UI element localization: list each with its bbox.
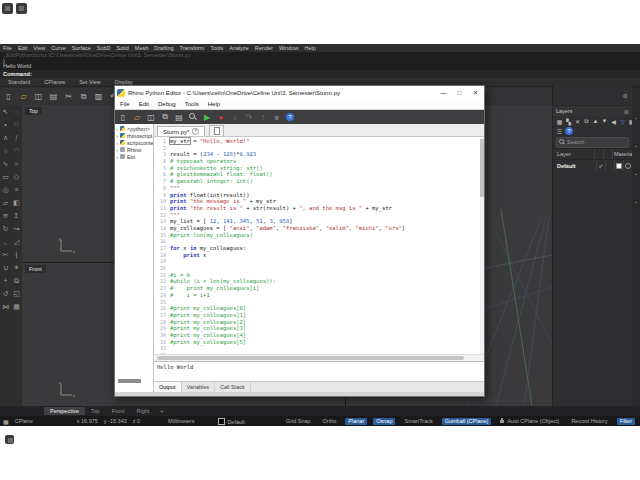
code-line[interactable]: 15#print len(my_colleagues) [154,232,484,239]
menu-item[interactable]: Tools [210,45,223,51]
code-vertical-scrollbar[interactable] [480,137,484,354]
menu-item[interactable]: Analyze [229,45,249,51]
code-line[interactable]: 11print "the result is " + str(result) +… [154,205,484,212]
current-layer-check-icon[interactable]: ✓ [598,162,603,169]
menu-item[interactable]: Solid [117,45,129,51]
menu-item[interactable]: Edit [18,45,27,51]
tree-scrollbar-thumb[interactable] [118,379,141,383]
toolbar-tab[interactable]: CPlanes [44,79,65,85]
editor-toolbar-icon[interactable]: ? [286,113,294,121]
code-line[interactable]: 4# typecast operators [154,158,484,165]
output-tab[interactable]: Variables [182,382,216,392]
app-shortcut-icon[interactable] [5,435,14,444]
column-visibility[interactable] [594,149,603,159]
editor-menu-item[interactable]: Edit [139,101,149,107]
code-line[interactable]: 16 [154,238,484,245]
tool-icon[interactable]: ∤ [11,248,22,261]
editor-menu-item[interactable]: Help [208,101,220,107]
tool-icon[interactable]: ∧ [0,131,11,144]
code-line[interactable]: 30#print my_colleagues[4] [154,332,484,339]
code-line[interactable]: 27#print my_colleagues[1] [154,312,484,319]
menu-item[interactable]: Window [279,45,299,51]
cplane-label[interactable]: CPlane [15,418,33,424]
code-line[interactable]: 6# gleitkommazahl float: float() [154,171,484,178]
code-line[interactable]: 29#print my_colleagues[3] [154,325,484,332]
layers-toolbar-icon[interactable]: ▼ [601,118,608,125]
status-toggle[interactable]: Osnap [373,418,395,425]
code-line[interactable]: 31#print my_colleagues[5] [154,339,484,346]
menu-item[interactable]: Surface [72,45,91,51]
close-tab-icon[interactable] [192,128,199,135]
status-toggle[interactable]: Ortho [320,418,340,425]
code-line[interactable]: 18 print x [154,252,484,259]
tool-icon[interactable]: ↻ [0,222,11,235]
tool-icon[interactable]: ◎ [0,183,11,196]
panel-tab-icon[interactable]: ▪ [633,143,639,149]
code-line[interactable]: 33 [154,352,484,354]
tool-icon[interactable]: ▦ [11,300,22,313]
units-label[interactable]: Millimeters [168,418,194,424]
menu-item[interactable]: Transform [180,45,205,51]
editor-menu-item[interactable]: Tools [185,101,199,107]
tool-icon[interactable]: ↥ [11,209,22,222]
scrollbar-thumb[interactable] [480,139,484,197]
layer-row[interactable]: Default ✓ [553,160,632,171]
viewport-top-label[interactable]: Top [25,107,42,115]
status-toggle[interactable]: Filter [617,418,635,425]
tool-icon[interactable]: ≈ [11,157,22,170]
column-lock[interactable] [603,149,612,159]
viewport-tab[interactable]: Front [106,407,131,415]
tool-icon[interactable]: ⧉ [11,274,22,287]
layers-toolbar-icon[interactable]: ☰ [556,128,563,135]
menu-item[interactable]: View [33,45,45,51]
editor-toolbar-icon[interactable]: ▯ [118,112,128,122]
tool-icon[interactable]: / [11,131,22,144]
code-line[interactable]: 1my_str = "Hello, World!" [154,138,484,145]
viewport-front-label[interactable]: Front [25,265,46,273]
output-tab[interactable]: Call Stack [215,382,251,392]
layers-toolbar-icon[interactable]: ✕ [574,118,581,125]
expand-icon[interactable] [116,154,118,160]
expand-icon[interactable] [116,133,118,139]
toolbar-icon[interactable]: ◫ [33,91,44,102]
editor-toolbar-icon[interactable]: ▶ [202,112,212,122]
close-button[interactable] [469,89,482,97]
code-line[interactable]: 20 [154,265,484,272]
tool-icon[interactable]: ◌ [11,105,22,118]
add-viewport-button[interactable]: + [155,408,168,414]
tool-icon[interactable]: ≋ [0,209,11,222]
app-shortcut-icon[interactable] [16,3,27,14]
status-toggle[interactable]: SmartTrack [401,418,435,425]
code-line[interactable]: 17for x in my_colleagues: [154,245,484,252]
window-resize-edge[interactable] [115,392,484,396]
editor-toolbar-icon[interactable]: ◫ [146,112,156,122]
scrollbar-thumb[interactable] [157,356,464,360]
tool-icon[interactable]: ◿ [11,235,22,248]
panel-tab-icon[interactable]: ▪ [633,171,639,177]
menu-item[interactable]: Render [255,45,273,51]
editor-toolbar-icon[interactable]: ▤ [174,112,184,122]
editor-toolbar-icon[interactable]: ↷ [244,112,254,122]
menu-item[interactable]: Drafting [154,45,173,51]
panel-tab-icon[interactable]: ▪ [633,199,639,205]
menu-item[interactable]: Curve [51,45,66,51]
code-editor[interactable]: 1my_str = "Hello, World!" 2 3result = (2… [154,137,484,354]
editor-title-bar[interactable]: Rhino Python Editor - C:\Users\celin\One… [115,86,484,99]
viewport-tab[interactable]: Top [85,407,106,415]
code-line[interactable]: 9print float(int(result)) [154,192,484,199]
editor-menu-item[interactable]: File [120,101,130,107]
new-tab-button[interactable] [209,125,224,136]
tree-item[interactable]: Eto [115,153,153,160]
toolbar-tab[interactable]: Set View [79,79,101,85]
viewport-tab[interactable]: Perspective [44,407,85,415]
code-line[interactable]: 28#print my_colleagues[2] [154,319,484,326]
menu-item[interactable]: File [3,45,12,51]
editor-toolbar-icon[interactable]: ⧉ [160,112,170,122]
code-line[interactable]: 7# ganzzahl integer: int() [154,178,484,185]
toolbar-icon[interactable]: ✂ [63,91,74,102]
tool-icon[interactable]: + [0,274,11,287]
tool-icon[interactable]: • [0,118,11,131]
layer-material-icon[interactable] [625,163,631,169]
toolbar-tab[interactable]: Standard [8,79,30,85]
code-line[interactable]: 22#while (i < len(my_colleagues)): [154,278,484,285]
